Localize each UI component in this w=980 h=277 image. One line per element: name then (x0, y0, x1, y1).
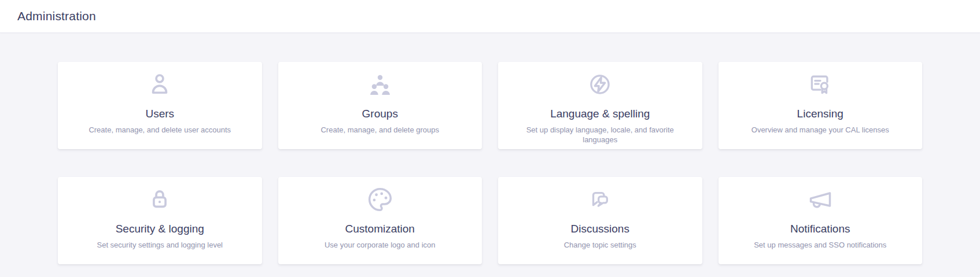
card-title: Licensing (797, 108, 843, 121)
lock-icon (147, 187, 172, 212)
card-title: Groups (362, 108, 398, 121)
card-description: Set security settings and logging level (97, 241, 223, 250)
card-notifications[interactable]: Notifications Set up messages and SSO no… (719, 177, 923, 264)
card-groups[interactable]: Groups Create, manage, and delete groups (278, 62, 482, 149)
page-title: Administration (17, 9, 96, 23)
card-licensing[interactable]: Licensing Overview and manage your CAL l… (719, 62, 923, 149)
card-title: Language & spelling (550, 108, 650, 121)
card-description: Use your corporate logo and icon (325, 241, 436, 250)
chat-bubbles-icon (587, 187, 613, 212)
user-icon (147, 72, 172, 97)
card-grid: Users Create, manage, and delete user ac… (58, 62, 922, 264)
card-description: Change topic settings (564, 241, 636, 250)
card-customization[interactable]: Customization Use your corporate logo an… (278, 177, 482, 264)
globe-bolt-icon (587, 72, 613, 97)
groups-icon (367, 72, 393, 97)
card-description: Create, manage, and delete user accounts (89, 125, 231, 135)
megaphone-icon (808, 187, 833, 212)
page-header: Administration (0, 0, 980, 33)
card-discussions[interactable]: Discussions Change topic settings (498, 177, 702, 264)
card-title: Users (145, 108, 174, 121)
card-title: Customization (345, 223, 415, 236)
card-title: Discussions (571, 223, 629, 236)
card-title: Security & logging (116, 223, 204, 236)
card-users[interactable]: Users Create, manage, and delete user ac… (58, 62, 262, 149)
card-description: Overview and manage your CAL licenses (751, 125, 889, 135)
card-description: Set up messages and SSO notifications (754, 241, 886, 250)
card-description: Set up display language, locale, and fav… (521, 125, 679, 145)
card-security[interactable]: Security & logging Set security settings… (58, 177, 262, 264)
card-title: Notifications (790, 223, 850, 236)
card-description: Create, manage, and delete groups (320, 125, 439, 135)
card-language[interactable]: Language & spelling Set up display langu… (498, 62, 702, 149)
palette-icon (367, 187, 393, 212)
certificate-icon (808, 72, 833, 97)
main-content: Users Create, manage, and delete user ac… (0, 33, 980, 264)
